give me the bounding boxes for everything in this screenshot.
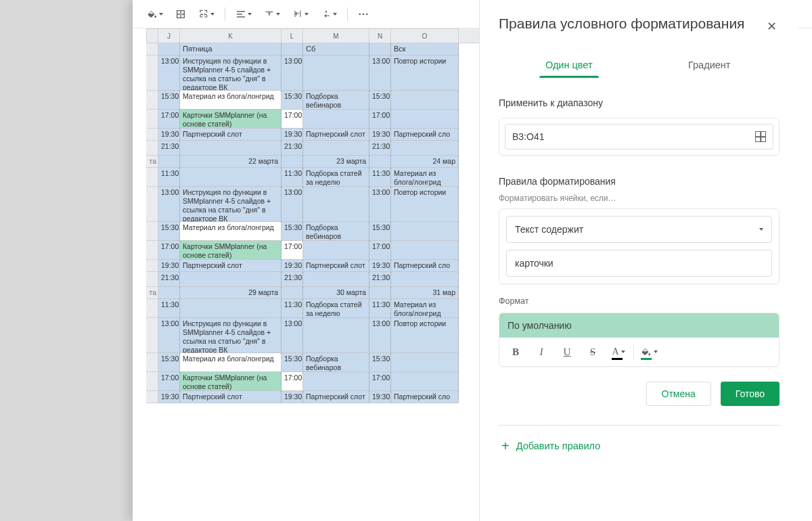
text-color-button[interactable]: A	[608, 342, 629, 362]
cells-area[interactable]: ПятницаСбВск13:00Инструкция по функции в…	[146, 43, 479, 521]
tab-single-color[interactable]: Один цвет	[499, 54, 639, 77]
merge-cells-button[interactable]	[192, 4, 221, 24]
strikethrough-button[interactable]: S	[582, 342, 604, 362]
svg-point-2	[366, 13, 368, 15]
more-button[interactable]	[352, 4, 375, 24]
format-rules-label: Правила форматирования	[499, 176, 780, 187]
italic-button[interactable]: I	[531, 342, 552, 362]
borders-button[interactable]	[169, 4, 192, 24]
rule-card: Текст содержит карточки	[499, 208, 780, 284]
range-value: B3:O41	[512, 131, 544, 142]
fill-color-format-button[interactable]	[638, 342, 660, 362]
svg-point-1	[363, 13, 365, 15]
format-preview: По умолчанию	[499, 313, 779, 338]
sidebar-title: Правила условного форматирования	[499, 15, 744, 32]
select-range-icon[interactable]	[755, 131, 766, 142]
column-headers[interactable]: J K L M N O	[146, 28, 479, 43]
range-input[interactable]: B3:O41	[505, 124, 773, 150]
close-icon[interactable]: ✕	[764, 16, 780, 37]
range-field-card: B3:O41	[499, 118, 780, 156]
apply-range-label: Применить к диапазону	[499, 97, 780, 108]
svg-point-0	[359, 13, 361, 15]
condition-select[interactable]: Текст содержит	[506, 216, 772, 243]
format-card: По умолчанию B I U S A	[499, 313, 780, 367]
add-rule-button[interactable]: + Добавить правило	[499, 426, 780, 466]
format-if-label: Форматировать ячейки, если…	[499, 194, 780, 203]
text-rotation-button[interactable]	[315, 4, 343, 24]
condition-value-input[interactable]: карточки	[506, 250, 772, 277]
cancel-button[interactable]: Отмена	[646, 382, 711, 406]
conditional-format-sidebar: Правила условного форматирования ✕ Один …	[479, 0, 798, 521]
align-vertical-button[interactable]	[258, 4, 286, 24]
format-toolbar: B I U S A	[499, 338, 779, 366]
text-wrap-button[interactable]	[286, 4, 315, 24]
bold-button[interactable]: B	[505, 342, 526, 362]
spreadsheet[interactable]: J K L M N O ПятницаСбВск13:00Инструкция …	[133, 28, 479, 521]
done-button[interactable]: Готово	[721, 382, 780, 406]
underline-button[interactable]: U	[556, 342, 578, 362]
tab-gradient[interactable]: Градиент	[639, 54, 780, 77]
fill-color-button[interactable]	[141, 4, 169, 24]
app-window: J K L M N O ПятницаСбВск13:00Инструкция …	[133, 0, 812, 521]
format-label: Формат	[499, 296, 780, 306]
plus-icon: +	[501, 439, 510, 453]
tabs: Один цвет Градиент	[499, 54, 780, 77]
align-horizontal-button[interactable]	[229, 4, 258, 24]
chevron-down-icon	[759, 228, 763, 231]
